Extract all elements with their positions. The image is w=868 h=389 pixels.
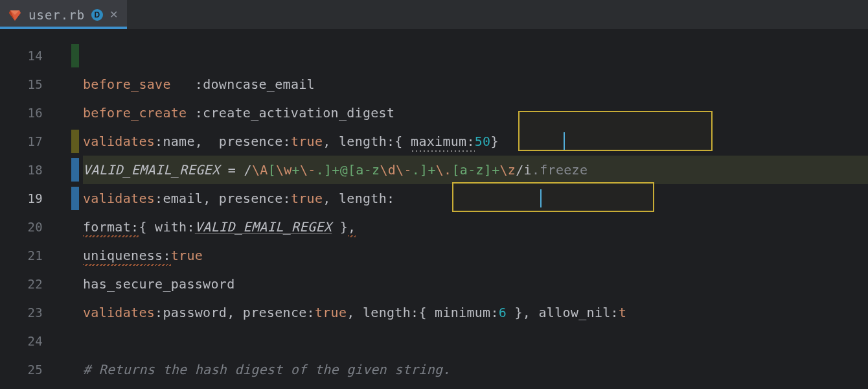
code-line-current: validates :email, presence: true, length… (83, 184, 868, 213)
code-line: format: { with: VALID_EMAIL_REGEX }, (83, 213, 868, 241)
code-area[interactable]: before_save :downcase_email before_creat… (83, 30, 868, 389)
caret (564, 132, 565, 150)
close-icon[interactable]: ✕ (109, 10, 118, 20)
line-number: 17 (0, 127, 71, 156)
code-line: has_secure_password (83, 270, 868, 298)
line-number: 21 (0, 241, 71, 270)
vcs-modified-marker (71, 187, 79, 210)
caret (540, 189, 542, 207)
code-line: before_save :downcase_email (83, 70, 868, 99)
vcs-modified-marker (71, 158, 79, 182)
code-line: validates :name, presence: true, length:… (83, 127, 868, 156)
line-number: 22 (0, 270, 71, 298)
line-number: 25 (0, 355, 71, 384)
tab-bar: user.rb D ✕ (0, 0, 868, 30)
vcs-modified-marker (71, 130, 79, 153)
line-number: 23 (0, 298, 71, 327)
ruby-file-icon (8, 8, 22, 22)
file-tab-user-rb[interactable]: user.rb D ✕ (0, 0, 127, 29)
line-number: 18 (0, 156, 71, 184)
change-markers (71, 30, 83, 389)
line-number: 15 (0, 70, 71, 99)
code-line: VALID_EMAIL_REGEX = /\A[\w+\-.]+@[a-z\d\… (83, 156, 868, 184)
line-number: 24 (0, 327, 71, 355)
code-line: before_create :create_activation_digest (83, 99, 868, 127)
line-number-current: 19 (0, 184, 71, 213)
code-line: validates :password, presence: true, len… (83, 298, 868, 327)
modified-badge: D (91, 9, 103, 21)
line-number: 16 (0, 99, 71, 127)
code-line: uniqueness: true (83, 241, 868, 270)
code-editor[interactable]: 14 15 16 17 18 19 20 21 22 23 24 25 b (0, 30, 868, 389)
code-line (83, 327, 868, 355)
line-number: 14 (0, 41, 71, 70)
tab-filename: user.rb (29, 8, 85, 22)
code-line (83, 41, 868, 70)
line-number: 20 (0, 213, 71, 241)
gutter: 14 15 16 17 18 19 20 21 22 23 24 25 (0, 30, 71, 389)
code-line: # Returns the hash digest of the given s… (83, 355, 868, 384)
vcs-added-marker (71, 44, 79, 67)
